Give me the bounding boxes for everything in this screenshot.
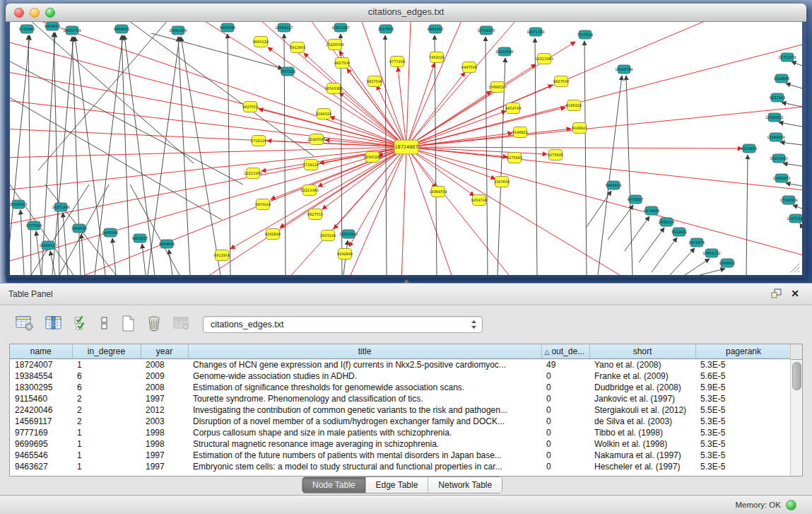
- table-cell[interactable]: 5.3E-5: [695, 416, 792, 427]
- table-cell[interactable]: 1998: [141, 427, 188, 438]
- tab-node-table[interactable]: Node Table: [302, 477, 366, 493]
- table-row[interactable]: 1872400712008Changes of HCN gene express…: [10, 359, 792, 371]
- table-cell[interactable]: Structural magnetic resonance image aver…: [188, 438, 541, 450]
- column-header-title[interactable]: title: [188, 344, 541, 359]
- graph-node[interactable]: 15692971: [772, 174, 790, 182]
- graph-node[interactable]: 7515524: [577, 30, 593, 39]
- table-row[interactable]: 977716911998Corpus callosum shape and si…: [10, 427, 792, 438]
- graph-node[interactable]: 7632621: [671, 228, 687, 236]
- graph-node[interactable]: 9827546: [367, 76, 382, 87]
- graph-node[interactable]: 8471676: [689, 238, 705, 247]
- column-header-in-degree[interactable]: in_degree: [72, 344, 141, 359]
- graph-node[interactable]: 9699695: [159, 240, 175, 248]
- graph-node[interactable]: 10719155: [477, 26, 495, 35]
- column-header-out-de-[interactable]: △out_de...: [541, 344, 589, 359]
- new-table-icon[interactable]: [120, 313, 136, 333]
- table-cell[interactable]: Hescheler et al. (1997): [589, 461, 695, 472]
- graph-node[interactable]: 11675345: [787, 214, 802, 223]
- graph-node[interactable]: 7462026: [71, 224, 87, 233]
- table-cell[interactable]: 2012: [141, 404, 188, 416]
- graph-node[interactable]: 17016504: [779, 196, 797, 204]
- graph-node[interactable]: 18300295: [363, 152, 381, 163]
- graph-node[interactable]: 9777169: [26, 221, 42, 230]
- graph-node[interactable]: 9827508: [334, 58, 350, 69]
- table-cell[interactable]: Dudbridge et al. (2008): [589, 382, 695, 393]
- graph-node[interactable]: 16210643: [770, 154, 787, 163]
- resize-grip-icon[interactable]: [789, 262, 800, 273]
- scrollbar-thumb[interactable]: [792, 362, 801, 390]
- table-cell[interactable]: 2008: [141, 382, 188, 393]
- graph-node[interactable]: 8454749: [471, 195, 487, 206]
- table-cell[interactable]: 9115460: [10, 393, 72, 404]
- table-row[interactable]: 946362711997Embryonic stem cells: a mode…: [10, 461, 792, 472]
- graph-node[interactable]: 9242848: [265, 229, 281, 240]
- table-cell[interactable]: Yano et al. (2008): [589, 359, 695, 371]
- table-cell[interactable]: Franke et al. (2009): [589, 370, 695, 382]
- graph-node[interactable]: 14671358: [526, 28, 544, 36]
- graph-node[interactable]: 12213383: [244, 168, 261, 179]
- graph-node[interactable]: 10654112: [702, 249, 720, 257]
- table-cell[interactable]: 5.3E-5: [695, 359, 792, 371]
- table-cell[interactable]: Estimation of significance thresholds fo…: [188, 382, 541, 393]
- table-cell[interactable]: de Silva et al. (2003): [589, 416, 695, 427]
- graph-node[interactable]: 9275685: [548, 150, 563, 160]
- table-cell[interactable]: 9699695: [10, 438, 72, 450]
- table-cell[interactable]: 9777169: [10, 427, 72, 438]
- table-row[interactable]: 911546021997Tourette syndrome. Phenomeno…: [10, 393, 792, 404]
- table-cell[interactable]: Changes of HCN gene expression and I(f) …: [188, 359, 541, 371]
- close-panel-icon[interactable]: ✕: [791, 288, 799, 298]
- table-cell[interactable]: 18300295: [10, 382, 72, 393]
- graph-node[interactable]: 8660128: [253, 37, 269, 47]
- table-cell[interactable]: 49: [541, 359, 589, 371]
- graph-node[interactable]: 23226058: [326, 40, 343, 50]
- show-columns-icon[interactable]: [45, 313, 63, 333]
- column-header-short[interactable]: short: [589, 344, 695, 359]
- table-row[interactable]: 969969511998Structural magnetic resonanc…: [10, 438, 792, 450]
- graph-node[interactable]: 14055724: [63, 26, 81, 35]
- table-row[interactable]: 1830029562008Estimation of significance …: [10, 382, 792, 393]
- graph-node[interactable]: 1527602: [378, 25, 394, 33]
- graph-node[interactable]: 19251848: [52, 203, 69, 211]
- table-cell[interactable]: 5.3E-5: [695, 393, 792, 404]
- table-cell[interactable]: 0: [541, 427, 589, 438]
- table-cell[interactable]: 0: [541, 370, 589, 382]
- splitter-handle-icon[interactable]: [404, 279, 409, 283]
- table-cell[interactable]: 0: [541, 438, 589, 450]
- graph-node[interactable]: 9146821: [572, 123, 587, 134]
- graph-node[interactable]: 6466160: [428, 25, 443, 33]
- table-cell[interactable]: 0: [541, 382, 589, 393]
- graph-node[interactable]: 9777169: [389, 57, 405, 67]
- graph-node[interactable]: 8912954: [214, 250, 230, 261]
- row-height-icon[interactable]: [100, 313, 110, 333]
- graph-node[interactable]: 7857224: [280, 67, 295, 76]
- graph-node[interactable]: 9465546: [102, 228, 118, 237]
- table-cell[interactable]: 5.6E-5: [695, 370, 792, 382]
- graph-node[interactable]: 9275685: [507, 153, 522, 163]
- graph-node[interactable]: 9329966: [774, 74, 789, 83]
- table-cell[interactable]: 6: [72, 370, 141, 382]
- table-cell[interactable]: 2: [72, 416, 141, 427]
- table-cell[interactable]: 1997: [141, 450, 188, 461]
- graph-node[interactable]: 9827508: [553, 76, 569, 87]
- table-cell[interactable]: 1: [72, 450, 141, 461]
- delete-rows-icon[interactable]: [146, 313, 162, 333]
- table-cell[interactable]: 5.3E-5: [695, 427, 792, 438]
- graph-node[interactable]: 9463627: [132, 234, 148, 243]
- table-cell[interactable]: 2008: [141, 359, 188, 371]
- graph-node[interactable]: 9115460: [19, 25, 35, 33]
- network-canvas[interactable]: 9115460946362714055724969969520691406946…: [10, 22, 802, 275]
- graph-node[interactable]: 9474444: [644, 206, 659, 215]
- graph-node[interactable]: 8215958: [741, 144, 757, 153]
- table-row[interactable]: 2242004622012Investigating the contribut…: [10, 404, 792, 416]
- table-cell[interactable]: 22420046: [10, 404, 72, 416]
- table-cell[interactable]: 2: [72, 393, 141, 404]
- table-cell[interactable]: 2003: [141, 416, 188, 427]
- column-header-year[interactable]: year: [141, 344, 188, 359]
- vertical-scrollbar[interactable]: [790, 344, 802, 476]
- graph-node[interactable]: 16648784: [615, 65, 632, 74]
- graph-node[interactable]: 9227343: [770, 93, 785, 102]
- graph-node[interactable]: 6497568: [461, 62, 477, 73]
- graph-node[interactable]: 6879197: [628, 195, 643, 204]
- graph-node[interactable]: 14569117: [39, 241, 57, 250]
- graph-node[interactable]: 8912954: [290, 42, 305, 53]
